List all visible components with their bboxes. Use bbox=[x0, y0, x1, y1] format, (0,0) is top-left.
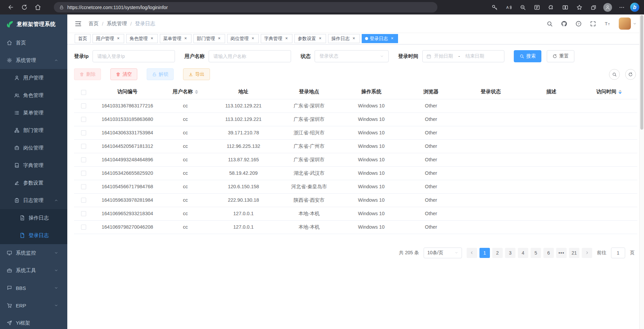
row-checkbox[interactable] bbox=[81, 184, 86, 189]
close-tab-icon[interactable]: × bbox=[217, 36, 222, 41]
scrollbar-thumb[interactable] bbox=[640, 15, 643, 130]
tab-op-log[interactable]: 操作日志× bbox=[328, 34, 360, 43]
row-checkbox[interactable] bbox=[81, 117, 86, 122]
tab-user-mgmt[interactable]: 用户管理× bbox=[93, 34, 124, 43]
close-tab-icon[interactable]: × bbox=[284, 36, 289, 41]
goto-page-input[interactable] bbox=[611, 248, 625, 258]
reset-button[interactable]: 重置 bbox=[547, 50, 574, 62]
search-button[interactable]: 搜索 bbox=[514, 50, 541, 62]
hamburger-icon[interactable] bbox=[75, 20, 82, 27]
show-search-button[interactable] bbox=[609, 69, 620, 80]
sidebar-item-system-mgmt[interactable]: 系统管理 bbox=[0, 52, 67, 69]
row-checkbox[interactable] bbox=[81, 130, 86, 135]
page-button-1[interactable]: 1 bbox=[479, 248, 490, 258]
tab-role-mgmt[interactable]: 角色管理× bbox=[126, 34, 158, 43]
column-header-time[interactable]: 访问时间 bbox=[581, 85, 637, 99]
refresh-table-button[interactable] bbox=[625, 69, 636, 80]
breadcrumb-item[interactable]: 系统管理 bbox=[107, 21, 127, 27]
zoom-out-button[interactable] bbox=[517, 2, 529, 13]
key-button[interactable] bbox=[489, 2, 500, 13]
prev-page-button[interactable] bbox=[467, 248, 477, 258]
page-size-select[interactable]: 10条/页 bbox=[424, 248, 462, 258]
row-checkbox[interactable] bbox=[81, 144, 86, 149]
sidebar-item-log-mgmt[interactable]: 日志管理 bbox=[0, 192, 67, 209]
sidebar-item-role-mgmt[interactable]: 角色管理 bbox=[0, 87, 67, 104]
delete-button[interactable]: 删除 bbox=[74, 68, 101, 80]
translate-button[interactable] bbox=[531, 2, 543, 13]
user-avatar-menu[interactable] bbox=[619, 18, 637, 30]
close-tab-icon[interactable]: × bbox=[318, 36, 323, 41]
date-range-picker[interactable]: 开始日期 - 结束日期 bbox=[422, 50, 504, 62]
tab-param-settings[interactable]: 参数设置× bbox=[294, 34, 326, 43]
sidebar-item-sys-monitor[interactable]: 系统监控 bbox=[0, 244, 67, 262]
clear-button[interactable]: 清空 bbox=[110, 68, 137, 80]
app-logo[interactable]: 意框架管理系统 bbox=[0, 14, 67, 34]
row-checkbox[interactable] bbox=[81, 211, 86, 216]
close-tab-icon[interactable]: × bbox=[390, 36, 395, 41]
sidebar-item-login-log[interactable]: 登录日志 bbox=[0, 227, 67, 244]
sidebar-item-post-mgmt[interactable]: 岗位管理 bbox=[0, 139, 67, 157]
tab-dept-mgmt[interactable]: 部门管理× bbox=[193, 34, 225, 43]
row-checkbox[interactable] bbox=[81, 171, 86, 176]
close-tab-icon[interactable]: × bbox=[116, 36, 121, 41]
page-button-6[interactable]: 6 bbox=[543, 248, 554, 258]
sidebar-item-home[interactable]: 首页 bbox=[0, 34, 67, 52]
more-button[interactable] bbox=[616, 2, 628, 13]
page-button-2[interactable]: 2 bbox=[492, 248, 503, 258]
column-header-user[interactable]: 用户名称 bbox=[162, 85, 209, 99]
sidebar-item-param-settings[interactable]: 参数设置 bbox=[0, 174, 67, 192]
row-checkbox[interactable] bbox=[81, 198, 86, 203]
unlock-button[interactable]: 解锁 bbox=[147, 68, 174, 80]
collections-button[interactable] bbox=[588, 2, 599, 13]
close-tab-icon[interactable]: × bbox=[183, 36, 188, 41]
read-aloud-button[interactable]: A bbox=[503, 2, 514, 13]
tab-login-log[interactable]: 登录日志× bbox=[362, 34, 398, 43]
page-button-3[interactable]: 3 bbox=[505, 248, 515, 258]
url-bar[interactable]: https://ccnetcore.com:1101/system/log/lo… bbox=[54, 2, 437, 12]
question-button[interactable]: ? bbox=[575, 21, 582, 27]
extensions-button[interactable] bbox=[545, 2, 557, 13]
sidebar-item-menu-mgmt[interactable]: 菜单管理 bbox=[0, 104, 67, 122]
select-all-checkbox[interactable] bbox=[81, 90, 86, 95]
sort-caret-icon[interactable] bbox=[618, 88, 622, 96]
page-button-5[interactable]: 5 bbox=[531, 248, 541, 258]
sidebar-item-dict-mgmt[interactable]: 字典管理 bbox=[0, 157, 67, 174]
sort-caret-icon[interactable] bbox=[195, 88, 198, 96]
status-select[interactable]: 登录状态 bbox=[315, 50, 389, 62]
scrollbar[interactable] bbox=[639, 14, 644, 329]
sidebar-item-yi-framework[interactable]: Yi框架 bbox=[0, 314, 67, 329]
back-button[interactable] bbox=[5, 2, 17, 13]
next-page-button[interactable] bbox=[582, 248, 592, 258]
tab-post-mgmt[interactable]: 岗位管理× bbox=[227, 34, 259, 43]
sidebar-item-sys-tools[interactable]: 系统工具 bbox=[0, 262, 67, 279]
close-tab-icon[interactable]: × bbox=[149, 36, 154, 41]
tab-menu-mgmt[interactable]: 菜单管理× bbox=[160, 34, 191, 43]
username-input[interactable] bbox=[209, 50, 291, 62]
page-button-4[interactable]: 4 bbox=[518, 248, 528, 258]
browser-home-button[interactable] bbox=[32, 2, 44, 13]
fullscreen-button[interactable] bbox=[590, 21, 596, 27]
sidebar-item-bbs[interactable]: BBS bbox=[0, 279, 67, 297]
row-checkbox[interactable] bbox=[81, 157, 86, 162]
search-button[interactable] bbox=[546, 21, 553, 27]
sidebar-item-erp[interactable]: ERP bbox=[0, 297, 67, 314]
pager-more[interactable]: ••• bbox=[556, 248, 567, 258]
close-tab-icon[interactable]: × bbox=[250, 36, 255, 41]
breadcrumb-item[interactable]: 首页 bbox=[88, 21, 99, 27]
github-button[interactable] bbox=[561, 21, 567, 27]
sidebar-item-op-log[interactable]: 操作日志 bbox=[0, 209, 67, 227]
font-size-button[interactable]: TT bbox=[604, 21, 611, 27]
tab-home[interactable]: 首页 bbox=[75, 34, 91, 43]
export-button[interactable]: 导出 bbox=[183, 68, 210, 80]
row-checkbox[interactable] bbox=[81, 103, 86, 108]
sidebar-item-user-mgmt[interactable]: 用户管理 bbox=[0, 69, 67, 87]
favorites-button[interactable] bbox=[574, 2, 585, 13]
split-screen-button[interactable] bbox=[560, 2, 571, 13]
profile-button[interactable] bbox=[602, 2, 613, 13]
close-tab-icon[interactable]: × bbox=[351, 36, 356, 41]
bing-icon[interactable]: b bbox=[630, 3, 639, 12]
reload-button[interactable] bbox=[18, 2, 30, 13]
tab-dict-mgmt[interactable]: 字典管理× bbox=[261, 34, 292, 43]
row-checkbox[interactable] bbox=[81, 225, 86, 230]
login-ip-input[interactable] bbox=[93, 50, 175, 62]
